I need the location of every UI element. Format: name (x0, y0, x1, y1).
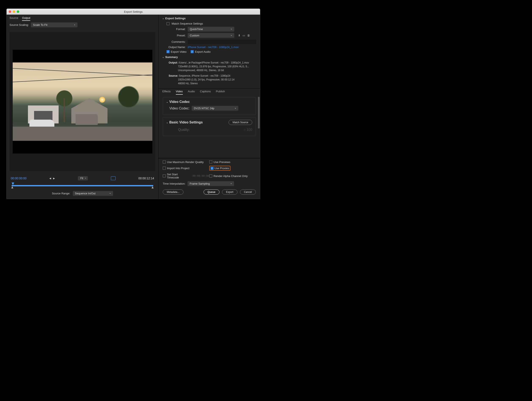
zoom-dropdown[interactable]: Fit (78, 176, 88, 180)
tab-video[interactable]: Video (176, 90, 183, 95)
video-settings-body: ⌄Video Codec Video Codec: DV25 NTSC 24p … (158, 95, 260, 158)
comments-label: Comments: (162, 40, 186, 43)
summary-body: Output: /Users/...le Package/iPhone Suns… (169, 61, 256, 85)
match-sequence-label: Match Sequence Settings (172, 22, 203, 25)
settings-tabs: Effects Video Audio Captions Publish (158, 88, 260, 95)
bottom-options: Use Maximum Render Quality Use Previews … (158, 158, 260, 199)
export-settings-header[interactable]: ⌄Export Settings (162, 17, 256, 20)
tab-captions[interactable]: Captions (200, 90, 211, 95)
duration-time: 00:00:12:14 (138, 177, 154, 180)
export-button[interactable]: Export (222, 189, 237, 194)
match-source-button[interactable]: Match Source (228, 120, 252, 125)
render-alpha-checkbox[interactable] (209, 175, 212, 177)
prev-frame-icon[interactable]: ◀ (49, 177, 51, 180)
preview-image (13, 62, 152, 141)
window-title: Export Settings (6, 10, 260, 13)
match-sequence-checkbox[interactable] (166, 22, 170, 25)
time-interpolation-label: Time Interpolation: (163, 182, 185, 185)
start-timecode-value: 00:00:00:00 (193, 175, 209, 177)
preset-label: Preset: (162, 34, 186, 37)
tab-source[interactable]: Source (10, 16, 18, 21)
summary-header[interactable]: ⌄Summary (162, 55, 256, 59)
tab-publish[interactable]: Publish (216, 90, 225, 95)
output-name-link[interactable]: iPhone Sunset - rec709 - 1080p24_1.mov (188, 45, 239, 49)
next-frame-icon[interactable]: ▶ (53, 177, 55, 180)
titlebar: Export Settings (6, 9, 260, 15)
preview-frame (13, 50, 152, 154)
source-range-dropdown[interactable]: Sequence In/Out (73, 191, 113, 196)
comments-input[interactable] (188, 39, 256, 44)
tab-audio[interactable]: Audio (188, 90, 195, 95)
source-scaling-label: Source Scaling: (10, 23, 29, 26)
current-time[interactable]: 00:00:00:00 (11, 177, 26, 180)
export-video-checkbox[interactable]: ✓ (166, 50, 170, 53)
export-window: Export Settings Source Output Source Sca… (6, 8, 260, 199)
cancel-button[interactable]: Cancel (240, 189, 256, 194)
safe-margins-icon[interactable] (111, 176, 115, 180)
preset-dropdown[interactable]: Custom (188, 33, 234, 38)
playhead-icon[interactable] (12, 182, 14, 185)
queue-button[interactable]: Queue (203, 189, 219, 194)
out-point-icon[interactable] (152, 186, 154, 188)
timeline[interactable] (11, 182, 154, 188)
video-codec-label: Video Codec: (166, 106, 190, 110)
basic-video-header[interactable]: ⌄Basic Video Settings (166, 121, 203, 124)
set-start-timecode-checkbox[interactable] (163, 175, 166, 177)
use-proxies-checkbox[interactable]: ✓ (210, 167, 214, 170)
export-audio-checkbox[interactable]: ✓ (191, 50, 194, 53)
import-preset-icon[interactable]: ▭ (242, 34, 245, 37)
source-range-label: Source Range: (52, 192, 70, 195)
video-codec-dropdown[interactable]: DV25 NTSC 24p (192, 106, 238, 111)
scrollbar[interactable] (258, 97, 260, 129)
tab-output[interactable]: Output (22, 16, 30, 21)
format-label: Format: (162, 27, 186, 31)
in-point-icon[interactable] (11, 186, 13, 188)
max-render-quality-checkbox[interactable] (163, 161, 166, 163)
delete-preset-icon[interactable]: 🗑 (247, 34, 250, 37)
source-scaling-dropdown[interactable]: Scale To Fit (31, 22, 77, 27)
video-codec-header[interactable]: ⌄Video Codec (166, 100, 252, 104)
export-settings-panel: ⌄Export Settings Match Sequence Settings… (158, 15, 260, 87)
format-dropdown[interactable]: QuickTime (188, 27, 234, 32)
tab-effects[interactable]: Effects (162, 90, 171, 95)
save-preset-icon[interactable]: ⬇ (238, 34, 241, 37)
import-project-checkbox[interactable] (163, 167, 166, 170)
time-interpolation-dropdown[interactable]: Frame Sampling (188, 181, 234, 186)
preview-panel: Source Output Source Scaling: Scale To F… (6, 15, 158, 199)
metadata-button[interactable]: Metadata... (163, 189, 184, 194)
preview-area (10, 32, 155, 171)
output-name-label: Output Name: (162, 45, 186, 49)
use-previews-checkbox[interactable] (209, 161, 212, 163)
